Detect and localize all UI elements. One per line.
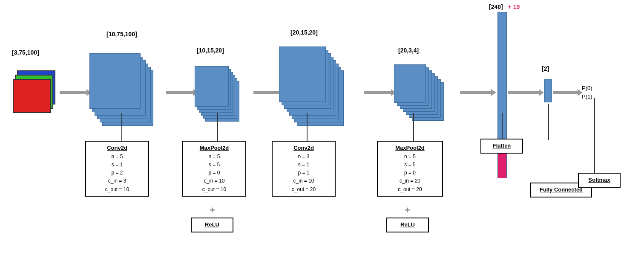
conv2-param-1: n = 3 — [277, 153, 331, 161]
arrow-3 — [253, 91, 281, 94]
maxpool1-param-1: n = 5 — [187, 153, 241, 161]
fmap2-dim-label: [10,15,20] — [197, 47, 224, 54]
relu1-info-box: ReLU — [191, 218, 233, 232]
fc-block — [544, 79, 552, 102]
connector-softmax — [594, 98, 595, 173]
plus-sign-1: + — [210, 205, 215, 216]
softmax-info-box: Softmax — [578, 173, 621, 188]
connector-flatten — [502, 113, 503, 139]
conv1-info-box: Conv2d n = 5 s = 1 p = 2 c_in = 3 c_out … — [85, 141, 149, 197]
conv2-param-3: p = 1 — [277, 169, 331, 177]
maxpool2-info-box: MaxPool2d n = 5 s = 5 p = 0 c_in = 20 c_… — [377, 141, 443, 197]
flatten-plus-label: + 19 — [508, 3, 520, 10]
conv2-param-5: c_out = 20 — [277, 186, 331, 194]
connector-conv2 — [307, 113, 308, 141]
red-channel — [13, 79, 51, 113]
fmap2-stack — [196, 60, 243, 128]
fmap1-stack — [89, 45, 158, 130]
fmap4-stack — [394, 62, 449, 126]
arrow-6 — [508, 91, 540, 94]
conv1-param-4: c_in = 3 — [90, 177, 144, 185]
maxpool2-param-2: s = 5 — [382, 161, 438, 169]
maxpool2-param-3: p = 0 — [382, 169, 438, 177]
arrow-5 — [460, 91, 492, 94]
arrow-7 — [553, 91, 578, 94]
output-p0-label: P(0) — [582, 85, 592, 91]
maxpool1-param-4: c_in = 10 — [187, 177, 241, 185]
flatten-dim-label: [240] + 19 — [489, 3, 520, 10]
conv1-param-5: c_out = 10 — [90, 186, 144, 194]
fc-dim-label: [2] — [542, 65, 549, 72]
diagram: [3,75,100] [10,75,100] [10,15,20] — [0, 0, 644, 270]
fmap3-dim-label: [20,15,20] — [290, 29, 318, 36]
input-dim-label: [3,75,100] — [12, 49, 39, 56]
conv2-param-2: s = 1 — [277, 161, 331, 169]
conv2-info-box: Conv2d n = 3 s = 1 p = 1 c_in = 10 c_out… — [272, 141, 336, 197]
fmap1-dim-label: [10,75,100] — [106, 31, 137, 38]
maxpool2-param-1: n = 5 — [382, 153, 438, 161]
connector-fc — [548, 104, 549, 140]
fmap4-dim-label: [20,3,4] — [398, 47, 419, 54]
conv2-param-4: c_in = 10 — [277, 177, 331, 185]
conv1-param-1: n = 5 — [90, 153, 144, 161]
relu2-info-box: ReLU — [386, 218, 429, 232]
maxpool1-param-2: s = 5 — [187, 161, 241, 169]
arrow-4 — [364, 91, 392, 94]
maxpool1-param-5: c_out = 10 — [187, 186, 241, 194]
arrow-2 — [166, 91, 194, 94]
maxpool2-param-4: c_in = 20 — [382, 177, 438, 185]
connector-maxpool1 — [217, 113, 218, 141]
output-p1-label: P(1) — [582, 93, 592, 100]
plus-sign-2: + — [405, 205, 410, 216]
fmap3-stack — [283, 45, 351, 130]
connector-conv1 — [121, 113, 122, 141]
maxpool2-param-5: c_out = 20 — [382, 186, 438, 194]
maxpool1-info-box: MaxPool2d n = 5 s = 5 p = 0 c_in = 10 c_… — [182, 141, 246, 197]
maxpool1-param-3: p = 0 — [187, 169, 241, 177]
conv1-param-3: p = 2 — [90, 169, 144, 177]
arrow-1 — [60, 91, 87, 94]
conv1-param-2: s = 1 — [90, 161, 144, 169]
flatten-info-box: Flatten — [480, 139, 523, 154]
connector-maxpool2 — [413, 113, 414, 141]
